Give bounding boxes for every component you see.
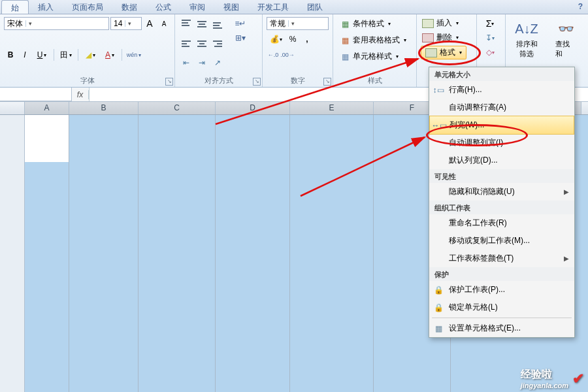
fill-button[interactable]: ↧▾ xyxy=(481,31,499,44)
chevron-down-icon: ▾ xyxy=(125,20,134,27)
tab-home[interactable]: 始 xyxy=(1,0,29,14)
conditional-format-button[interactable]: ▦ 条件格式▾ xyxy=(337,17,409,31)
tab-data[interactable]: 数据 xyxy=(112,0,146,14)
menu-column-width[interactable]: ↔︎▭ 列宽(W)... xyxy=(429,116,574,135)
menu-move-copy[interactable]: 移动或复制工作表(M)... xyxy=(429,232,574,250)
underline-button[interactable]: U▾ xyxy=(33,48,51,61)
wrap-text-button[interactable]: ≡↵ xyxy=(230,17,251,30)
align-middle-button[interactable] xyxy=(195,17,209,30)
number-launcher-icon[interactable]: ↘ xyxy=(323,78,331,86)
align-icon xyxy=(182,39,191,47)
binoculars-icon: 👓 xyxy=(557,20,575,38)
align-right-button[interactable] xyxy=(210,37,225,50)
col-header-D[interactable]: D xyxy=(216,102,290,114)
chevron-down-icon: ▾ xyxy=(288,20,297,27)
delete-icon xyxy=(422,33,434,42)
menu-autofit-row[interactable]: 自动调整行高(A) xyxy=(429,99,574,116)
col-header-A[interactable]: A xyxy=(25,102,69,114)
group-styles: ▦ 条件格式▾ ▦ 套用表格格式▾ ▦ 单元格样式▾ 样式 xyxy=(333,14,417,87)
tab-team[interactable]: 团队 xyxy=(298,0,332,14)
group-label-styles: 样式 xyxy=(337,74,412,86)
col-header-C[interactable]: C xyxy=(139,102,216,114)
col-header-B[interactable]: B xyxy=(69,102,139,114)
font-launcher-icon[interactable]: ↘ xyxy=(165,78,173,86)
sort-filter-button[interactable]: A↓Z 排序和筛选 xyxy=(510,17,544,61)
row-height-icon: ↕︎▭ xyxy=(433,85,444,95)
increase-font-button[interactable]: A xyxy=(143,17,156,30)
menu-rename-sheet[interactable]: 重命名工作表(R) xyxy=(429,214,574,232)
cell-styles-button[interactable]: ▦ 单元格样式▾ xyxy=(337,50,409,63)
currency-icon: 💰 xyxy=(270,35,280,44)
check-icon: ✔ xyxy=(572,370,584,387)
fill-color-button[interactable]: ◢▾ xyxy=(81,48,99,61)
format-icon xyxy=(425,48,437,57)
tab-developer[interactable]: 开发工具 xyxy=(248,0,298,14)
currency-button[interactable]: 💰▾ xyxy=(267,33,285,46)
format-cells-button[interactable]: 格式▾ xyxy=(421,46,466,59)
font-color-button[interactable]: A▾ xyxy=(101,48,119,61)
menu-section-visibility: 可见性 xyxy=(429,169,574,183)
tab-layout[interactable]: 页面布局 xyxy=(63,0,112,14)
menu-protect-sheet[interactable]: 🔒 保护工作表(P)... xyxy=(429,281,574,299)
format-cells-icon: ▦ xyxy=(433,323,444,334)
menu-hide-unhide[interactable]: 隐藏和取消隐藏(U) ▶ xyxy=(429,183,574,201)
menu-default-width[interactable]: 默认列宽(D)... xyxy=(429,152,574,169)
insert-cells-button[interactable]: 插入▾ xyxy=(421,17,466,29)
menu-row-height[interactable]: ↕︎▭ 行高(H)... xyxy=(429,81,574,99)
tab-review[interactable]: 审阅 xyxy=(180,0,214,14)
increase-indent-button[interactable]: ⇥ xyxy=(195,56,209,69)
clear-button[interactable]: ◇▾ xyxy=(481,46,499,59)
align-center-button[interactable] xyxy=(195,37,209,50)
tab-insert[interactable]: 插入 xyxy=(29,0,63,14)
menu-autofit-col[interactable]: 自动调整列宽(I) xyxy=(429,134,574,152)
tab-formulas[interactable]: 公式 xyxy=(146,0,180,14)
decrease-font-button[interactable]: A xyxy=(157,17,171,30)
find-button[interactable]: 👓 查找和 xyxy=(551,17,580,61)
percent-button[interactable]: % xyxy=(286,33,299,46)
border-button[interactable]: 田▾ xyxy=(57,48,75,61)
comma-button[interactable]: , xyxy=(301,33,314,46)
number-format: 常规 xyxy=(267,18,288,29)
align-icon xyxy=(213,20,222,27)
align-bottom-button[interactable] xyxy=(210,17,225,30)
font-size-combo[interactable]: 14 ▾ xyxy=(110,17,142,30)
table-format-button[interactable]: ▦ 套用表格格式▾ xyxy=(337,33,409,47)
autosum-button[interactable]: Σ▾ xyxy=(481,17,499,30)
col-header-E[interactable]: E xyxy=(290,102,374,114)
align-icon xyxy=(213,39,222,47)
menu-lock-cell[interactable]: 🔒 锁定单元格(L) xyxy=(429,299,574,316)
name-box[interactable] xyxy=(0,88,72,101)
decrease-indent-button[interactable]: ⇤ xyxy=(179,56,193,69)
insert-icon xyxy=(422,19,434,28)
help-icon[interactable]: ? xyxy=(573,0,588,14)
group-font: 宋体 ▾ 14 ▾ A A B I U▾ 田▾ xyxy=(0,14,175,87)
menu-tab-color[interactable]: 工作表标签颜色(T) ▶ xyxy=(429,250,574,267)
menu-format-cells[interactable]: ▦ 设置单元格格式(E)... xyxy=(429,319,574,337)
fx-icon[interactable]: fx xyxy=(72,90,89,99)
chevron-down-icon: ▾ xyxy=(25,20,35,27)
align-icon xyxy=(197,20,206,27)
align-launcher-icon[interactable]: ↘ xyxy=(253,78,261,86)
lock-icon: 🔒 xyxy=(433,285,444,295)
italic-button[interactable]: I xyxy=(18,48,31,61)
group-label-number: 数字 xyxy=(267,74,329,86)
cond-format-icon: ▦ xyxy=(340,19,350,29)
increase-decimal-button[interactable]: ←.0 xyxy=(267,48,280,61)
delete-cells-button[interactable]: 删除▾ xyxy=(421,31,466,44)
group-alignment: ⇤ ⇥ ↗ ≡↵ ⊞▾ 对齐方式 ↘ xyxy=(175,14,263,87)
number-format-combo[interactable]: 常规 ▾ xyxy=(267,17,329,30)
orientation-button[interactable]: ↗ xyxy=(210,56,225,69)
select-all-corner[interactable] xyxy=(0,102,25,114)
font-name-combo[interactable]: 宋体 ▾ xyxy=(4,17,109,30)
merge-button[interactable]: ⊞▾ xyxy=(230,31,251,44)
align-icon xyxy=(197,39,206,47)
col-width-icon: ↔︎▭ xyxy=(434,120,444,131)
align-top-button[interactable] xyxy=(179,17,193,30)
bold-button[interactable]: B xyxy=(4,48,17,61)
lock-cell-icon: 🔒 xyxy=(433,302,444,313)
align-left-button[interactable] xyxy=(179,37,193,50)
tab-view[interactable]: 视图 xyxy=(214,0,248,14)
phonetic-button[interactable]: wén▾ xyxy=(125,48,143,61)
row-headers[interactable] xyxy=(0,115,25,392)
decrease-decimal-button[interactable]: .00→ xyxy=(281,48,294,61)
